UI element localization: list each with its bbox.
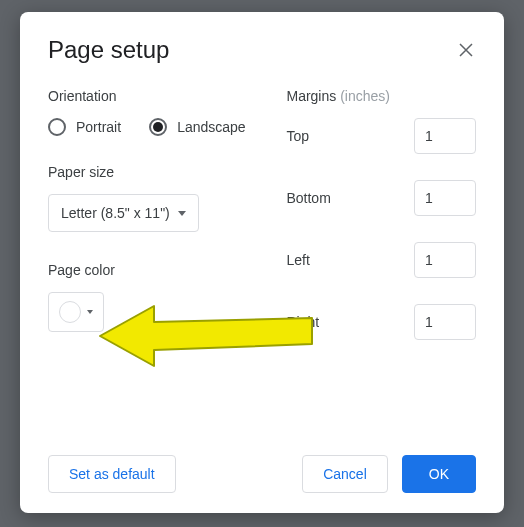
margin-left-label: Left [286, 252, 309, 268]
page-setup-dialog: Page setup Orientation Portrait Landscap… [20, 12, 504, 513]
radio-checked-icon [149, 118, 167, 136]
margin-left-row: Left [286, 242, 476, 278]
close-button[interactable] [456, 40, 476, 60]
radio-unchecked-icon [48, 118, 66, 136]
paper-size-select[interactable]: Letter (8.5" x 11") [48, 194, 199, 232]
margin-right-input[interactable] [414, 304, 476, 340]
orientation-portrait-label: Portrait [76, 119, 121, 135]
margin-top-input[interactable] [414, 118, 476, 154]
margin-bottom-row: Bottom [286, 180, 476, 216]
paper-size-value: Letter (8.5" x 11") [61, 205, 170, 221]
margin-left-input[interactable] [414, 242, 476, 278]
orientation-label: Orientation [48, 88, 256, 104]
close-icon [459, 43, 473, 57]
orientation-landscape-label: Landscape [177, 119, 246, 135]
dialog-footer: Set as default Cancel OK [48, 455, 476, 493]
paper-size-label: Paper size [48, 164, 256, 180]
margins-label: Margins (inches) [286, 88, 476, 104]
color-swatch-icon [59, 301, 81, 323]
chevron-down-icon [178, 211, 186, 216]
margin-right-label: Right [286, 314, 319, 330]
dialog-header: Page setup [48, 36, 476, 64]
margin-top-label: Top [286, 128, 309, 144]
orientation-portrait-radio[interactable]: Portrait [48, 118, 121, 136]
ok-button[interactable]: OK [402, 455, 476, 493]
margin-bottom-label: Bottom [286, 190, 330, 206]
chevron-down-icon [87, 310, 93, 314]
page-color-label: Page color [48, 262, 256, 278]
margin-top-row: Top [286, 118, 476, 154]
margin-bottom-input[interactable] [414, 180, 476, 216]
cancel-button[interactable]: Cancel [302, 455, 388, 493]
dialog-title: Page setup [48, 36, 169, 64]
page-color-button[interactable] [48, 292, 104, 332]
margin-right-row: Right [286, 304, 476, 340]
set-as-default-button[interactable]: Set as default [48, 455, 176, 493]
orientation-landscape-radio[interactable]: Landscape [149, 118, 246, 136]
